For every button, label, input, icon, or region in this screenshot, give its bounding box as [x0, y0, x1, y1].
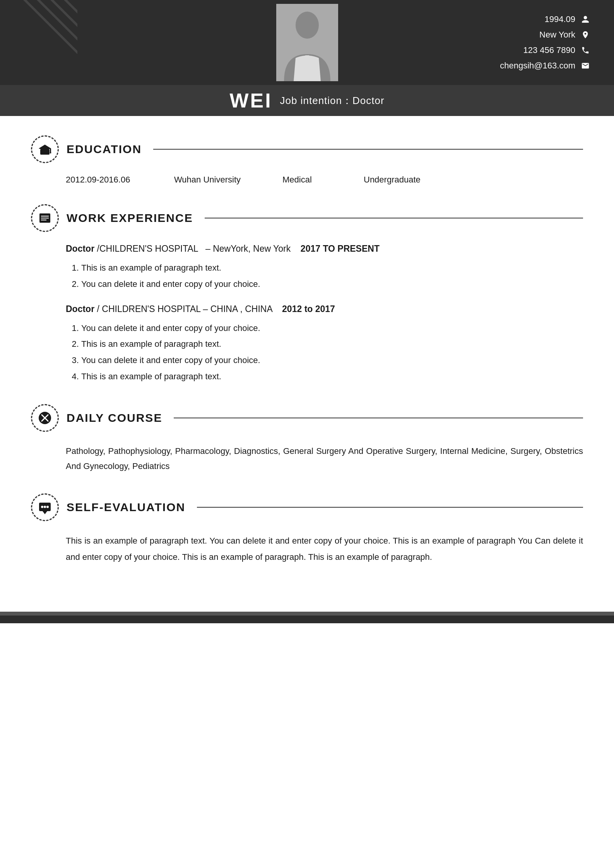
- education-title: EDUCATION: [67, 143, 142, 156]
- job-intention: Job intention：Doctor: [280, 94, 385, 107]
- stripe-1: [12, 0, 77, 70]
- date-value: 1994.09: [544, 14, 575, 24]
- daily-course-text: Pathology, Pathophysiology, Pharmacology…: [31, 443, 583, 474]
- job-1-item-1: This is an example of paragraph text.: [81, 260, 583, 276]
- daily-course-line: [174, 418, 583, 418]
- self-evaluation-icon: [31, 493, 59, 521]
- work-experience-section: WORK EXPERIENCE Doctor /CHILDREN'S HOSPI…: [31, 204, 583, 385]
- self-evaluation-section: SELF-EVALUATION This is an example of pa…: [31, 493, 583, 565]
- self-evaluation-title: SELF-EVALUATION: [67, 501, 185, 514]
- education-entry: 2012.09-2016.06 Wuhan University Medical…: [31, 175, 583, 185]
- work-icon: [31, 204, 59, 232]
- job-2-company: / CHILDREN'S HOSPITAL – CHINA , CHINA: [97, 304, 280, 314]
- job-2-date: 2012 to 2017: [282, 304, 335, 314]
- job-2-item-4: This is an example of paragraph text.: [81, 368, 583, 385]
- job-2-item-3: You can delete it and enter copy of your…: [81, 352, 583, 368]
- location-value: New York: [539, 30, 575, 40]
- header: 1994.09 New York 123 456 7890 chengsih@1…: [0, 0, 614, 85]
- person-icon: [580, 14, 591, 25]
- svg-point-1: [296, 12, 319, 39]
- phone-icon: [580, 45, 591, 56]
- info-location-row: New York: [500, 29, 591, 40]
- email-icon: [580, 60, 591, 71]
- daily-course-header: DAILY COURSE: [31, 404, 583, 432]
- info-date-row: 1994.09: [500, 14, 591, 25]
- education-section: EDUCATION 2012.09-2016.06 Wuhan Universi…: [31, 135, 583, 185]
- work-experience-title: WORK EXPERIENCE: [67, 211, 193, 225]
- name-text: WEI: [229, 89, 272, 112]
- info-email-row: chengsih@163.com: [500, 60, 591, 71]
- edu-university: Wuhan University: [174, 175, 259, 185]
- job-1-title-line: Doctor /CHILDREN'S HOSPITAL – NewYork, N…: [66, 244, 583, 254]
- header-photo-area: [269, 0, 346, 85]
- edu-date: 2012.09-2016.06: [66, 175, 151, 185]
- svg-point-5: [50, 152, 51, 153]
- svg-point-15: [44, 506, 46, 508]
- header-info: 1994.09 New York 123 456 7890 chengsih@1…: [500, 14, 591, 71]
- job-intention-value: Doctor: [352, 95, 385, 106]
- job-2-item-1: You can delete it and enter copy of your…: [81, 320, 583, 336]
- svg-point-14: [41, 506, 43, 508]
- edu-department: Medical: [282, 175, 340, 185]
- self-evaluation-text: This is an example of paragraph text. Yo…: [31, 533, 583, 565]
- job-1-item-2: You can delete it and enter copy of your…: [81, 276, 583, 292]
- work-experience-header: WORK EXPERIENCE: [31, 204, 583, 232]
- svg-rect-4: [50, 148, 51, 152]
- self-evaluation-line: [197, 507, 583, 508]
- svg-marker-17: [43, 511, 47, 514]
- education-icon: [31, 135, 59, 163]
- name-bar: WEI Job intention：Doctor: [0, 85, 614, 116]
- job-entry-1: Doctor /CHILDREN'S HOSPITAL – NewYork, N…: [31, 244, 583, 292]
- phone-value: 123 456 7890: [523, 45, 575, 55]
- job-entry-2: Doctor / CHILDREN'S HOSPITAL – CHINA , C…: [31, 304, 583, 385]
- education-header: EDUCATION: [31, 135, 583, 163]
- main-content: EDUCATION 2012.09-2016.06 Wuhan Universi…: [0, 116, 614, 604]
- header-stripes: [0, 0, 77, 85]
- job-1-date: 2017 TO PRESENT: [301, 244, 380, 254]
- svg-point-16: [46, 506, 49, 508]
- edu-level: Undergraduate: [364, 175, 421, 185]
- daily-course-icon: [31, 404, 59, 432]
- education-line: [153, 149, 583, 150]
- stripe-2: [25, 0, 77, 70]
- job-1-title: Doctor: [66, 244, 94, 254]
- job-1-company: /CHILDREN'S HOSPITAL – NewYork, New York: [97, 244, 298, 254]
- footer-accent: [0, 612, 614, 616]
- email-value: chengsih@163.com: [500, 61, 575, 71]
- job-intention-label: Job intention：: [280, 95, 352, 106]
- svg-rect-7: [41, 216, 49, 217]
- info-phone-row: 123 456 7890: [500, 45, 591, 56]
- job-1-list: This is an example of paragraph text. Yo…: [66, 260, 583, 292]
- daily-course-title: DAILY COURSE: [67, 411, 162, 425]
- work-experience-line: [205, 218, 583, 218]
- location-icon: [580, 29, 591, 40]
- stripe-3: [39, 0, 77, 70]
- svg-rect-9: [41, 220, 46, 220]
- job-2-title: Doctor: [66, 304, 94, 314]
- job-2-item-2: This is an example of paragraph text.: [81, 336, 583, 352]
- footer: [0, 612, 614, 623]
- profile-photo: [276, 4, 338, 81]
- self-evaluation-header: SELF-EVALUATION: [31, 493, 583, 521]
- job-2-title-line: Doctor / CHILDREN'S HOSPITAL – CHINA , C…: [66, 304, 583, 314]
- name-bar-inner: WEI Job intention：Doctor: [229, 89, 384, 112]
- svg-rect-8: [41, 218, 49, 218]
- daily-course-section: DAILY COURSE Pathology, Pathophysiology,…: [31, 404, 583, 474]
- job-2-list: You can delete it and enter copy of your…: [66, 320, 583, 385]
